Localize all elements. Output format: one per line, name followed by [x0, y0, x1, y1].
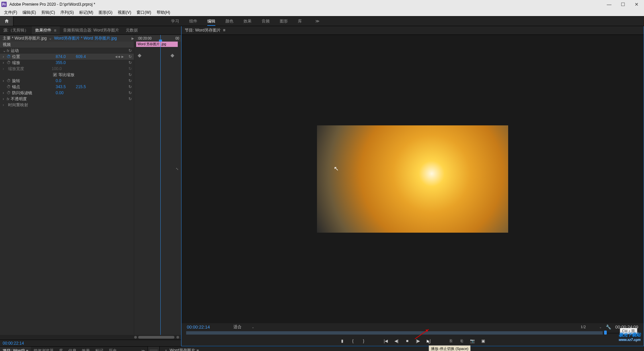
reset-icon[interactable]: ↺	[128, 54, 132, 59]
lift-icon[interactable]: ⎘	[448, 338, 454, 344]
menu-marker[interactable]: 标记(M)	[76, 10, 96, 15]
tab-audio-mixer[interactable]: 音频剪辑混合器: Word另存图片	[60, 26, 122, 35]
ec-opacity-group[interactable]: ›fx 不透明度 ↺	[0, 96, 134, 102]
menu-clip[interactable]: 剪辑(C)	[39, 10, 58, 15]
menu-view[interactable]: 视图(V)	[115, 10, 134, 15]
ws-learn[interactable]: 学习	[171, 18, 179, 24]
scale-value[interactable]: 355.0	[56, 60, 76, 65]
tab-metadata[interactable]: 元数据	[122, 26, 141, 35]
zoom-dropdown[interactable]: 1/2	[581, 325, 586, 330]
tabs-overflow[interactable]: ≫	[141, 349, 148, 351]
menu-edit[interactable]: 编辑(E)	[20, 10, 39, 15]
pointer-icon: ↖	[334, 165, 339, 172]
menu-graphics[interactable]: 图形(G)	[96, 10, 115, 15]
tab-info[interactable]: 信息	[66, 347, 79, 351]
add-transport-button[interactable]: ＋	[634, 338, 638, 344]
reset-icon[interactable]: ↺	[128, 97, 132, 101]
marker-icon[interactable]: ▮	[339, 338, 345, 344]
menu-window[interactable]: 窗口(W)	[134, 10, 154, 15]
keyframe-nav[interactable]: ◀ ◆ ▶	[115, 55, 124, 58]
scrub-handle[interactable]	[604, 331, 607, 335]
menu-file[interactable]: 文件(F)	[1, 10, 20, 15]
close-button[interactable]: ✕	[635, 2, 639, 7]
reset-icon[interactable]: ↺	[128, 91, 132, 95]
ec-clip-bar: Word 另存图片 .jpg	[136, 42, 178, 47]
ws-overflow[interactable]: ≫	[315, 19, 320, 23]
menu-help[interactable]: 帮助(H)	[154, 10, 173, 15]
timeline-panel: × Word另存图片 ≡ 00:00:22:15 ⊕ ∩ ⧉ ◆ 🔧 00:00…	[160, 347, 644, 351]
ec-uniform-row[interactable]: ✓ 等比缩放 ↺	[0, 72, 134, 78]
rotation-value[interactable]: 0.0	[56, 78, 76, 83]
position-x[interactable]: 874.0	[56, 54, 76, 59]
reset-icon[interactable]: ↺	[128, 72, 132, 77]
reset-icon[interactable]: ↺	[128, 60, 132, 65]
ec-seq-crumb[interactable]: Word另存图片 * Word 另存图片.jpg	[54, 36, 117, 41]
ec-timeremap-group[interactable]: › 时间重映射	[0, 102, 134, 108]
play-stop-button[interactable]: ■	[404, 338, 410, 344]
ec-anchor-row[interactable]: ⏱ 锚点 343.5 215.5 ↺	[0, 84, 134, 90]
keyframe-diamond[interactable]	[170, 54, 174, 57]
ec-playhead[interactable]	[160, 35, 161, 335]
extract-icon[interactable]: ⎗	[459, 338, 465, 344]
anchor-x[interactable]: 343.5	[56, 84, 76, 89]
compare-icon[interactable]: ▣	[480, 338, 486, 344]
reset-icon[interactable]: ↺	[128, 84, 132, 89]
video-frame: ↖	[317, 125, 508, 233]
uniform-scale-checkbox[interactable]: ✓	[53, 73, 57, 77]
ws-color[interactable]: 颜色	[225, 18, 233, 24]
fit-dropdown[interactable]: 适合	[233, 324, 241, 330]
ec-video-section: 视频	[0, 42, 134, 48]
ec-current-time[interactable]: 00:00:22:14	[0, 340, 181, 346]
position-y[interactable]: 609.4	[76, 54, 96, 59]
ec-mini-timeline[interactable]: ▶:00:20:0000 Word 另存图片 .jpg	[134, 35, 181, 335]
tab-effect-controls[interactable]: 效果控件 ≡	[32, 26, 59, 35]
program-tc-left[interactable]: 00:00:22:14	[187, 325, 210, 330]
program-title: 节目: Word另存图片 ≡	[185, 27, 225, 33]
settings-wrench-icon[interactable]: 🔧	[606, 325, 611, 330]
ec-rotation-row[interactable]: ›⏱ 旋转 0.0 ↺	[0, 78, 134, 84]
ec-antiflicker-row[interactable]: ›⏱ 防闪烁滤镜 0.00 ↺	[0, 90, 134, 96]
anchor-y[interactable]: 215.5	[76, 84, 96, 89]
menu-bar: 文件(F) 编辑(E) 剪辑(C) 序列(S) 标记(M) 图形(G) 视图(V…	[0, 9, 644, 16]
reset-icon[interactable]: ↺	[128, 78, 132, 83]
tab-source[interactable]: 源:（无剪辑）	[0, 26, 32, 35]
tab-history[interactable]: 历史	[106, 347, 119, 351]
close-seq-icon[interactable]: ×	[165, 349, 167, 351]
ws-effects[interactable]: 效果	[244, 18, 252, 24]
reset-icon[interactable]: ↺	[128, 66, 132, 71]
antiflicker-value[interactable]: 0.00	[56, 91, 76, 95]
program-video-area[interactable]: ↖	[181, 35, 644, 323]
reset-icon[interactable]: ↺	[128, 48, 132, 53]
go-in-icon[interactable]: |◀	[383, 338, 389, 344]
tab-media-browser[interactable]: 媒体浏览器	[31, 347, 56, 351]
selection-tool[interactable]: ▸	[150, 349, 158, 351]
ec-motion-group[interactable]: ⌄fx 运动 ↺	[0, 48, 134, 54]
tab-markers[interactable]: 标记	[93, 347, 106, 351]
ec-position-row[interactable]: ›⏱ 位置 874.0 609.4 ◀ ◆ ▶ ↺	[0, 54, 134, 60]
ws-graphics[interactable]: 图形	[280, 18, 288, 24]
minimize-button[interactable]: —	[607, 2, 611, 7]
tab-library[interactable]: 库	[56, 347, 66, 351]
maximize-button[interactable]: ☐	[621, 2, 625, 7]
ws-library[interactable]: 库	[298, 18, 302, 24]
window-title: Adobe Premiere Pro 2020 - D:\pr\Word3.pr…	[9, 2, 95, 7]
tab-project[interactable]: 项目: Word3 ≡	[0, 347, 31, 351]
step-fwd-icon[interactable]: |▶	[415, 338, 421, 344]
program-transport: ▮ { } |◀ ◀| ■ |▶ ▶| ⎘ ⎗ 📷 ▣ ＋ ↖ 播放-停止切换 …	[181, 336, 644, 346]
menu-sequence[interactable]: 序列(S)	[58, 10, 76, 15]
ws-edit[interactable]: 编辑	[207, 18, 215, 24]
keyframe-diamond[interactable]	[138, 54, 141, 57]
program-monitor: 节目: Word另存图片 ≡ ↖ 00:00:22:14 适合 ⌄ 1/2 ⌄ …	[181, 26, 644, 346]
step-back-icon[interactable]: ◀|	[393, 338, 399, 344]
ec-scale-row[interactable]: ›⏱ 缩放 355.0 ↺	[0, 60, 134, 66]
out-point-icon[interactable]: }	[361, 338, 367, 344]
ec-master-crumb: 主要 * Word另存图片.jpg	[3, 36, 47, 41]
program-scrub-bar[interactable]	[186, 331, 639, 336]
ws-assembly[interactable]: 组件	[189, 18, 197, 24]
camera-icon[interactable]: 📷	[469, 338, 475, 344]
home-button[interactable]	[0, 16, 13, 26]
in-point-icon[interactable]: {	[350, 338, 356, 344]
sequence-name[interactable]: Word另存图片	[170, 348, 195, 351]
ws-audio[interactable]: 音频	[262, 18, 270, 24]
tab-effects-panel[interactable]: 效果	[79, 347, 93, 351]
